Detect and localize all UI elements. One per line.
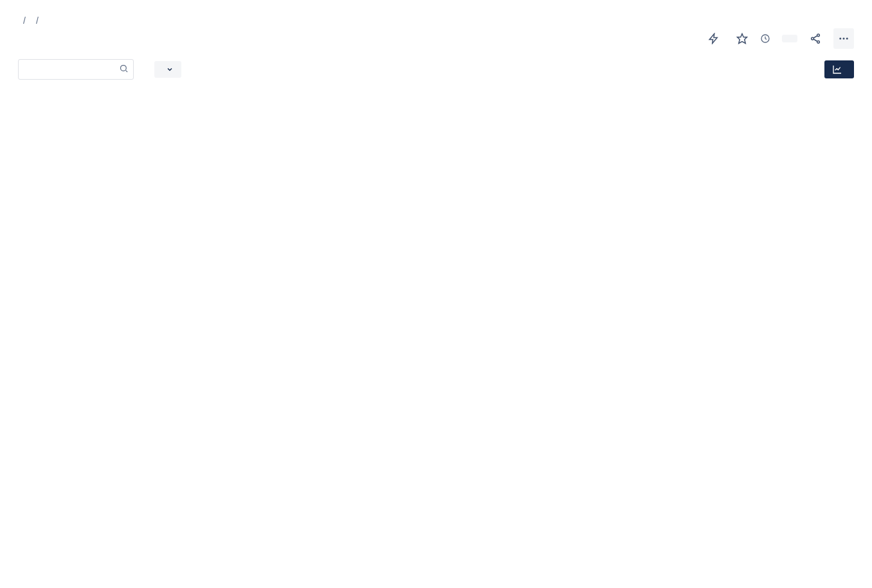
- svg-point-5: [839, 38, 841, 40]
- toolbar: [18, 59, 854, 80]
- chevron-down-icon: [166, 66, 174, 73]
- search-input[interactable]: [18, 59, 134, 80]
- complete-sprint-button[interactable]: [782, 35, 797, 42]
- breadcrumb: / /: [18, 15, 854, 26]
- header-actions: [704, 28, 854, 49]
- svg-point-8: [121, 66, 127, 71]
- search-icon: [119, 64, 129, 75]
- automation-icon[interactable]: [704, 28, 724, 49]
- svg-point-6: [843, 38, 845, 40]
- time-remaining: [760, 33, 774, 44]
- clock-icon: [760, 33, 770, 44]
- insights-button[interactable]: [824, 60, 854, 78]
- breadcrumb-sep: /: [23, 15, 26, 26]
- more-icon[interactable]: [833, 28, 854, 49]
- search-box: [18, 59, 134, 80]
- share-icon[interactable]: [805, 28, 826, 49]
- page-header: [18, 28, 854, 49]
- insights-icon: [832, 64, 842, 75]
- quick-filters-button[interactable]: [154, 61, 181, 78]
- star-icon[interactable]: [732, 28, 752, 49]
- breadcrumb-sep: /: [36, 15, 39, 26]
- svg-marker-0: [738, 34, 747, 44]
- svg-point-7: [846, 38, 848, 40]
